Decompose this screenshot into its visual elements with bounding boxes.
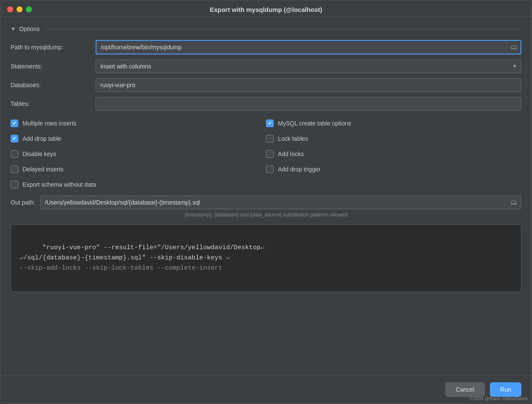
- checkbox-add-drop-label: Add drop table: [23, 135, 61, 142]
- section-arrow-icon: ▼: [11, 26, 16, 32]
- checkbox-delayed-inserts-label: Delayed inserts: [23, 166, 64, 173]
- databases-input-wrapper: [96, 78, 521, 92]
- out-path-hint: {timestamp}, {database} and {data_source…: [11, 212, 521, 218]
- checkbox-mysql-create-box[interactable]: [266, 119, 274, 127]
- checkbox-multiple-rows-box[interactable]: [11, 119, 18, 127]
- tables-input-wrapper: [96, 97, 521, 111]
- section-divider: [45, 29, 521, 29]
- checkbox-delayed-inserts[interactable]: Delayed inserts: [11, 162, 266, 177]
- checkbox-disable-keys[interactable]: Disable keys: [11, 146, 266, 162]
- dialog-footer: Cancel Run: [0, 375, 532, 404]
- out-path-label: Out path:: [11, 199, 35, 206]
- checkboxes-area: Multiple rows inserts MySQL create table…: [11, 116, 521, 192]
- checkbox-multiple-rows-label: Multiple rows inserts: [23, 120, 76, 127]
- path-input[interactable]: [96, 40, 521, 54]
- traffic-lights: [7, 6, 32, 12]
- out-path-folder-button[interactable]: 🗂: [509, 198, 519, 207]
- maximize-button[interactable]: [26, 6, 32, 12]
- tables-label: Tables:: [11, 100, 96, 107]
- checkbox-add-locks-label: Add locks: [278, 151, 304, 157]
- title-bar: Export with mysqldump (@localhost): [0, 0, 532, 17]
- checkbox-export-schema[interactable]: Export schema without data: [11, 177, 266, 192]
- path-label: Path to mysqldump:: [11, 44, 96, 51]
- statements-select-wrapper: Insert with columns Insert Replace Ignor…: [96, 60, 521, 73]
- watermark-text: CSDN @Rabir-YellowDavid: [470, 396, 527, 401]
- out-path-input[interactable]: [40, 196, 521, 209]
- tables-input[interactable]: [96, 97, 521, 111]
- cancel-button[interactable]: Cancel: [445, 382, 485, 397]
- checkbox-delayed-inserts-box[interactable]: [11, 165, 18, 173]
- checkbox-multiple-rows[interactable]: Multiple rows inserts: [11, 116, 266, 131]
- checkbox-add-locks[interactable]: Add locks: [266, 146, 521, 162]
- window-title: Export with mysqldump (@localhost): [210, 6, 323, 13]
- path-row: Path to mysqldump: 🗂: [11, 40, 521, 54]
- tables-row: Tables:: [11, 97, 521, 111]
- checkbox-export-schema-label: Export schema without data: [23, 181, 96, 188]
- checkbox-mysql-create[interactable]: MySQL create table options: [266, 116, 521, 131]
- statements-label: Statements:: [11, 63, 96, 70]
- statements-row: Statements: Insert with columns Insert R…: [11, 60, 521, 73]
- out-path-section: Out path: 🗂 {timestamp}, {database} and …: [11, 196, 521, 218]
- checkbox-mysql-create-label: MySQL create table options: [278, 120, 351, 127]
- databases-row: Databases:: [11, 78, 521, 92]
- minimize-button[interactable]: [17, 6, 23, 12]
- checkbox-lock-tables-label: Lock tables: [278, 135, 308, 142]
- run-button[interactable]: Run: [490, 382, 521, 397]
- command-preview: "ruoyi-vue-pro" --result-file="/Users/ye…: [11, 225, 521, 292]
- checkbox-lock-tables[interactable]: Lock tables: [266, 131, 521, 146]
- close-button[interactable]: [7, 6, 13, 12]
- section-label: Options: [19, 26, 40, 32]
- command-faded-text: --skip-add-locks --skip-lock-tables --co…: [20, 265, 222, 272]
- checkbox-add-drop[interactable]: Add drop table: [11, 131, 266, 146]
- checkbox-add-locks-box[interactable]: [266, 150, 274, 158]
- options-section-header: ▼ Options: [11, 26, 521, 32]
- checkbox-add-drop-trigger-box[interactable]: [266, 165, 274, 173]
- main-window: Export with mysqldump (@localhost) ▼ Opt…: [0, 0, 532, 404]
- path-folder-button[interactable]: 🗂: [509, 43, 519, 52]
- path-input-wrapper: 🗂: [96, 40, 521, 54]
- databases-label: Databases:: [11, 82, 96, 88]
- dialog-content: ▼ Options Path to mysqldump: 🗂 Statement…: [0, 17, 532, 375]
- checkbox-disable-keys-box[interactable]: [11, 150, 18, 158]
- checkbox-lock-tables-box[interactable]: [266, 135, 274, 142]
- checkbox-add-drop-box[interactable]: [11, 135, 18, 142]
- checkbox-export-schema-box[interactable]: [11, 181, 18, 188]
- out-path-input-wrapper: 🗂: [40, 196, 521, 209]
- command-text: "ruoyi-vue-pro" --result-file="/Users/ye…: [20, 244, 264, 272]
- out-path-row: Out path: 🗂: [11, 196, 521, 209]
- databases-input[interactable]: [96, 78, 521, 92]
- checkbox-disable-keys-label: Disable keys: [23, 151, 56, 157]
- statements-select[interactable]: Insert with columns Insert Replace Ignor…: [96, 60, 521, 73]
- checkbox-add-drop-trigger[interactable]: Add drop trigger: [266, 162, 521, 177]
- checkbox-add-drop-trigger-label: Add drop trigger: [278, 166, 320, 173]
